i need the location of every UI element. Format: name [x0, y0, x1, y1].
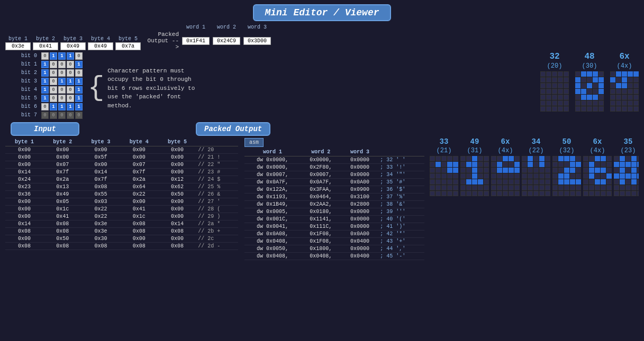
table-row: dw 0x0A08,0x1F08,0x0A00; 42 '*'	[244, 231, 424, 238]
char-px-1-2-1	[581, 83, 586, 88]
bit-labels-col: bit 0bit 1bit 2bit 3bit 4bit 5bit 6bit 7	[21, 52, 39, 119]
char-sub-bottom-5: (4x)	[498, 148, 513, 154]
char-px-bottom-9-5-1	[620, 185, 625, 190]
char-px-bottom-6-5-2	[533, 185, 539, 190]
char-px-bottom-4-5-2	[472, 185, 477, 190]
char-px-bottom-5-2-2	[503, 168, 508, 173]
bit-cell-4-3: 0	[67, 86, 74, 94]
bit-cell-2-0: 1	[41, 69, 49, 77]
viz-char-bottom-9: 35(23)	[614, 138, 639, 340]
bit-label-1: bit 1	[21, 61, 39, 68]
input-cell-4-0: 0x24	[5, 176, 43, 183]
char-px-bottom-6-6-4	[545, 191, 550, 196]
char-px-bottom-6-0-1	[528, 156, 533, 161]
input-cell-4-5: // 24 $	[196, 176, 238, 183]
char-px-bottom-8-0-1	[589, 156, 594, 161]
bit-label-3: bit 3	[21, 78, 39, 85]
char-px-0-5-2	[552, 100, 557, 106]
char-row-bottom-8-2	[583, 168, 612, 173]
char-row-bottom-9-5	[614, 185, 639, 190]
table-row: dw 0x0007,0x0007,0x0000; 34 '"'	[244, 171, 424, 179]
char-grid-bottom-4	[460, 156, 489, 196]
output-cell-9-2: 0x0000	[341, 223, 379, 231]
bit-row-4: 10001	[41, 86, 83, 94]
bit-cell-0-4: 0	[75, 52, 83, 60]
char-px-bottom-8-2-1	[589, 168, 594, 173]
input-cell-11-1: 0x08	[43, 228, 81, 235]
bit-cell-5-2: 0	[58, 95, 66, 102]
input-cell-10-2: 0x3e	[81, 220, 120, 228]
char-px-bottom-7-0-4	[576, 156, 581, 161]
byte4-label: byte 4	[88, 36, 113, 42]
bit-cell-2-1: 0	[50, 69, 57, 77]
bit-cell-6-2: 1	[58, 103, 66, 110]
brace-text: Character pattern must occupy the bit 0 …	[107, 67, 197, 110]
input-cell-2-0: 0x00	[5, 161, 43, 169]
char-px-1-1-3	[593, 77, 598, 82]
char-row-bottom-3-4	[430, 179, 458, 185]
input-cell-0-5: // 20	[196, 146, 238, 154]
char-row-bottom-5-6	[491, 191, 520, 196]
char-px-bottom-3-5-0	[430, 185, 435, 190]
char-px-bottom-7-0-0	[552, 156, 558, 161]
char-px-bottom-8-6-0	[583, 191, 588, 196]
char-px-bottom-7-4-1	[558, 179, 564, 185]
input-cell-4-2: 0x7f	[81, 176, 120, 183]
char-px-bottom-4-4-4	[484, 179, 489, 185]
char-px-bottom-3-0-0	[430, 156, 435, 161]
char-px-0-6-0	[540, 106, 546, 112]
char-row-2-4	[610, 95, 639, 100]
char-px-bottom-4-3-1	[466, 173, 471, 179]
char-px-1-2-2	[587, 83, 592, 88]
char-row-bottom-3-3	[430, 173, 458, 179]
asm-tab[interactable]: asm	[244, 138, 264, 147]
input-cell-13-2: 0x08	[81, 243, 120, 250]
output-cell-10-3: ; 42 '*'	[378, 231, 424, 238]
byte5-value: 0x7a	[115, 42, 141, 50]
char-px-bottom-9-5-2	[625, 185, 631, 190]
char-num-2: 6x	[619, 52, 629, 61]
output-cell-9-1: 0x111C,	[301, 223, 341, 231]
input-cell-1-4: 0x00	[158, 154, 196, 161]
output-cell-4-2: 0x0900	[341, 186, 379, 193]
bit-label-0: bit 0	[21, 52, 39, 60]
input-cell-12-2: 0x30	[81, 235, 120, 243]
char-row-1-6	[575, 106, 604, 112]
table-row: 0x140x080x3e0x080x14// 2a *	[5, 220, 238, 228]
char-px-bottom-9-6-2	[625, 191, 631, 196]
char-px-bottom-7-6-2	[564, 191, 569, 196]
char-px-bottom-4-3-3	[478, 173, 483, 179]
output-cell-12-3: ; 44 ','	[378, 245, 424, 253]
input-cell-10-1: 0x08	[43, 220, 81, 228]
char-row-0-2	[540, 83, 569, 88]
bit-cell-4-4: 1	[75, 86, 83, 94]
char-num-1: 48	[584, 52, 594, 61]
input-cell-1-1: 0x00	[43, 154, 81, 161]
char-px-0-5-1	[546, 100, 551, 106]
char-row-bottom-6-4	[522, 179, 550, 185]
packed-output-label: Packed Output	[196, 122, 270, 136]
input-table-area: byte 1 byte 2 byte 3 byte 4 byte 5 0x000…	[5, 138, 238, 340]
char-row-2-3	[610, 89, 639, 94]
output-cell-10-0: dw 0x0A08,	[244, 231, 301, 238]
output-cell-6-2: 0x2800	[341, 201, 379, 208]
byte4-value: 0x49	[88, 42, 113, 50]
char-row-bottom-7-2	[552, 168, 581, 173]
char-px-bottom-4-6-2	[472, 191, 477, 196]
char-row-bottom-5-2	[491, 168, 520, 173]
word1-label: word 1	[182, 24, 210, 30]
char-px-bottom-3-6-4	[453, 191, 458, 196]
char-px-bottom-3-1-1	[436, 162, 441, 167]
input-cell-0-2: 0x00	[81, 146, 120, 154]
char-px-bottom-9-4-2	[625, 179, 631, 185]
input-cell-7-3: 0x00	[120, 198, 158, 206]
viz-char-bottom-3: 33(21)	[430, 138, 458, 340]
char-px-bottom-3-2-0	[430, 168, 435, 173]
bit-cell-0-1: 1	[50, 52, 57, 60]
char-px-0-2-1	[546, 83, 551, 88]
output-cell-8-0: dw 0x001C,	[244, 216, 301, 223]
char-px-bottom-8-4-0	[583, 179, 588, 185]
char-px-bottom-7-1-3	[570, 162, 575, 167]
char-px-2-4-2	[622, 95, 627, 100]
char-px-bottom-9-6-4	[637, 191, 639, 196]
